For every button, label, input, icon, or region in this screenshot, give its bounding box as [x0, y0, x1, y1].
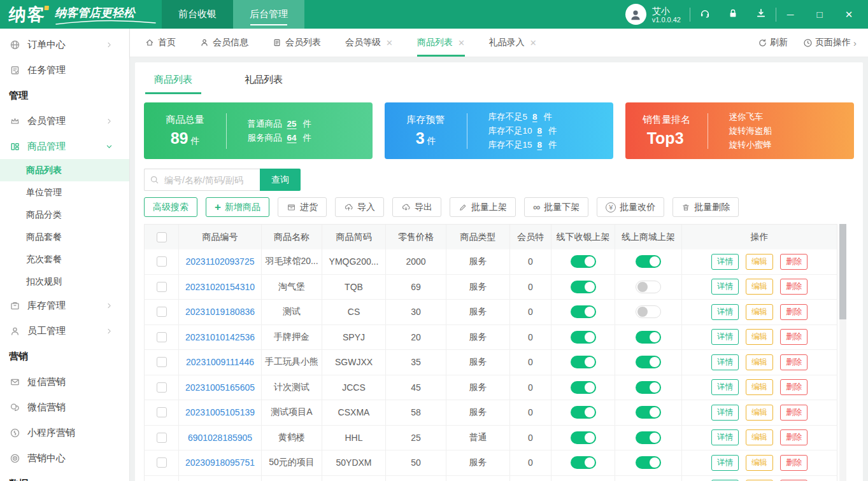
sidebar-item[interactable]: 微信营销	[0, 394, 129, 420]
delete-button[interactable]: 删除	[780, 405, 808, 421]
mall-shelf-toggle[interactable]	[636, 305, 661, 318]
mall-shelf-toggle[interactable]	[636, 456, 661, 469]
detail-button[interactable]: 详情	[711, 304, 739, 320]
edit-button[interactable]: 编辑	[746, 254, 773, 270]
edit-button[interactable]: 编辑	[746, 354, 773, 370]
toolbar-button[interactable]: +新增商品	[206, 197, 269, 217]
mall-shelf-toggle[interactable]	[636, 381, 661, 394]
mall-shelf-toggle[interactable]	[636, 255, 661, 268]
delete-button[interactable]: 删除	[780, 455, 808, 471]
mall-shelf-toggle[interactable]	[636, 431, 661, 444]
mall-shelf-toggle[interactable]	[636, 406, 661, 419]
select-all-checkbox[interactable]	[157, 232, 167, 242]
sidebar-item[interactable]: 员工管理	[0, 318, 129, 344]
row-checkbox[interactable]	[157, 382, 167, 393]
row-checkbox[interactable]	[157, 282, 167, 292]
edit-button[interactable]: 编辑	[746, 279, 773, 295]
toolbar-button[interactable]: 导出	[392, 197, 441, 217]
pos-shelf-toggle[interactable]	[571, 406, 596, 419]
product-id-link[interactable]: 6901028185905	[188, 433, 252, 443]
pos-shelf-toggle[interactable]	[571, 356, 596, 368]
search-input[interactable]	[163, 174, 255, 186]
sidebar-subitem[interactable]: 商品分类	[0, 204, 129, 226]
mall-shelf-toggle[interactable]	[636, 331, 661, 344]
product-id-link[interactable]: 20231005105139	[185, 407, 255, 417]
page-tab[interactable]: 商品列表✕	[417, 29, 465, 57]
sidebar-subitem[interactable]: 商品列表	[0, 159, 129, 181]
product-id-link[interactable]: 20231009111446	[186, 357, 254, 367]
pos-shelf-toggle[interactable]	[571, 281, 596, 293]
edit-button[interactable]: 编辑	[746, 329, 773, 345]
query-button[interactable]: 查询	[260, 169, 301, 191]
row-checkbox[interactable]	[157, 407, 167, 417]
page-tab[interactable]: 会员信息	[200, 29, 248, 57]
product-id-link[interactable]: 20231102093725	[186, 256, 255, 267]
sidebar-subitem[interactable]: 单位管理	[0, 181, 129, 204]
pos-shelf-toggle[interactable]	[571, 255, 596, 268]
product-id-link[interactable]: 20231019180836	[185, 307, 255, 317]
edit-button[interactable]: 编辑	[746, 405, 773, 421]
product-id-link[interactable]: 20231020154310	[185, 282, 255, 292]
sidebar-subitem[interactable]: 商品套餐	[0, 226, 129, 248]
scrollbar-thumb[interactable]	[839, 224, 846, 319]
page-tab[interactable]: 礼品录入✕	[489, 29, 537, 57]
toolbar-button[interactable]: 批量删除	[672, 197, 739, 217]
toolbar-button[interactable]: 导入	[335, 197, 384, 217]
product-id-link[interactable]: 20231010142536	[185, 332, 255, 342]
row-checkbox[interactable]	[157, 357, 167, 367]
mall-shelf-toggle[interactable]	[636, 356, 661, 368]
row-checkbox[interactable]	[157, 332, 167, 342]
close-tab-icon[interactable]: ✕	[386, 38, 393, 48]
page-tab[interactable]: 会员等级✕	[345, 29, 393, 57]
sidebar-item[interactable]: 商品管理	[0, 134, 129, 159]
delete-button[interactable]: 删除	[780, 429, 808, 445]
mode-tab-backoffice[interactable]: 后台管理	[233, 0, 304, 29]
edit-button[interactable]: 编辑	[746, 304, 773, 320]
close-icon[interactable]: ✕	[844, 9, 854, 20]
pos-shelf-toggle[interactable]	[571, 331, 596, 344]
row-checkbox[interactable]	[157, 457, 167, 468]
product-id-link[interactable]: 20230918095751	[185, 457, 255, 468]
pos-shelf-toggle[interactable]	[571, 456, 596, 469]
sidebar-item[interactable]: 短信营销	[0, 369, 129, 394]
pos-shelf-toggle[interactable]	[571, 381, 596, 394]
sidebar-item[interactable]: 小程序营销	[0, 420, 129, 445]
delete-button[interactable]: 删除	[780, 329, 808, 345]
delete-button[interactable]: 删除	[780, 354, 808, 370]
detail-button[interactable]: 详情	[711, 405, 739, 421]
detail-button[interactable]: 详情	[711, 254, 739, 270]
detail-button[interactable]: 详情	[711, 279, 739, 295]
table-vertical-scrollbar[interactable]: ▼	[839, 224, 846, 481]
user-area[interactable]: 艾小 v1.0.0.42	[625, 0, 681, 29]
close-tab-icon[interactable]: ✕	[530, 38, 537, 48]
avatar[interactable]	[625, 4, 646, 25]
lock-icon[interactable]	[727, 8, 739, 22]
headset-icon[interactable]	[699, 8, 711, 22]
sidebar-item[interactable]: 库存管理	[0, 293, 129, 318]
close-tab-icon[interactable]: ✕	[458, 38, 465, 48]
toolbar-button[interactable]: 高级搜索	[144, 197, 197, 217]
delete-button[interactable]: 删除	[780, 254, 808, 270]
toolbar-button[interactable]: ¥批量改价	[597, 197, 664, 217]
refresh-button[interactable]: 刷新	[758, 37, 788, 48]
delete-button[interactable]: 删除	[780, 379, 808, 395]
detail-button[interactable]: 详情	[711, 329, 739, 345]
panel-tab[interactable]: 商品列表	[145, 69, 201, 94]
sidebar-subitem[interactable]: 充次套餐	[0, 248, 129, 270]
mode-tab-pos[interactable]: 前台收银	[162, 0, 233, 29]
edit-button[interactable]: 编辑	[746, 455, 773, 471]
product-id-link[interactable]: 20231005165605	[185, 382, 255, 393]
minimize-icon[interactable]: ─	[785, 9, 795, 20]
sidebar-item[interactable]: 营销中心	[0, 445, 129, 471]
pos-shelf-toggle[interactable]	[571, 305, 596, 318]
detail-button[interactable]: 详情	[711, 455, 739, 471]
detail-button[interactable]: 详情	[711, 354, 739, 370]
detail-button[interactable]: 详情	[711, 379, 739, 395]
toolbar-button[interactable]: 批量上架	[450, 197, 516, 217]
delete-button[interactable]: 删除	[780, 304, 808, 320]
sidebar-item[interactable]: 任务管理	[0, 57, 129, 83]
panel-tab[interactable]: 礼品列表	[236, 69, 292, 94]
mall-shelf-toggle[interactable]	[636, 281, 661, 293]
page-operations-button[interactable]: 页面操作 ›	[803, 37, 857, 48]
sidebar-subitem[interactable]: 扣次规则	[0, 270, 129, 293]
